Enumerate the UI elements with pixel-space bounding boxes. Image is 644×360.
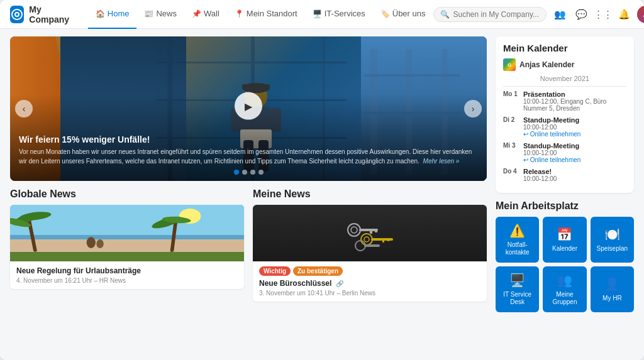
bottom-row: Globale News — [10, 188, 487, 352]
people-icon[interactable]: 👥 — [552, 6, 569, 23]
home-icon: 🏠 — [96, 9, 105, 18]
beach-image — [10, 205, 244, 261]
info-icon: 🏷️ — [380, 9, 390, 18]
warning-icon: ⚠️ — [509, 223, 525, 238]
cal-day-3: Mi 3 — [503, 142, 519, 163]
meine-news-headline: Neue Büroschlüssel 🔗 — [259, 279, 480, 288]
company-name: My Company — [29, 4, 72, 25]
hr-person-icon: 👤 — [604, 276, 620, 292]
svg-point-44 — [364, 237, 369, 242]
tab-mein-standort[interactable]: 📍 Mein Standort — [227, 0, 305, 29]
meine-news-card[interactable]: Wichtig Zu bestätigen Neue Büroschlüssel… — [253, 205, 487, 302]
cal-event-title-2: Standup-Meeting — [523, 116, 580, 124]
tab-it-services[interactable]: 🖥️ IT-Services — [305, 0, 373, 29]
bell-icon[interactable]: 🔔 — [616, 6, 633, 23]
read-more-link[interactable]: Mehr lesen » — [423, 158, 460, 165]
search-input[interactable] — [453, 10, 541, 19]
arbeitsplatz-grid: ⚠️ Notfall-kontakte 📅 Kalender 🍽️ Speise… — [496, 217, 634, 312]
location-icon: 📍 — [235, 9, 244, 18]
cal-event-details-3: Standup-Meeting 10:00-12:00 ↩ Online tei… — [523, 142, 580, 163]
topbar-icons: 👥 💬 ⋮⋮ 🔔 A ▼ — [552, 6, 645, 23]
main-content: ▶ ‹ › Wir feiern 15% weniger Unfälle! Vo… — [0, 29, 644, 360]
cal-day-2: Di 2 — [503, 116, 519, 138]
hero-title: Wir feiern 15% weniger Unfälle! — [19, 134, 478, 145]
svg-point-43 — [361, 234, 372, 245]
tile-notfall[interactable]: ⚠️ Notfall-kontakte — [496, 217, 539, 263]
svg-rect-47 — [387, 238, 389, 241]
svg-rect-41 — [370, 229, 372, 234]
tile-my-hr[interactable]: 👤 My HR — [591, 266, 634, 312]
groups-icon: 👥 — [557, 273, 572, 288]
next-slide-button[interactable]: › — [464, 100, 482, 117]
arbeitsplatz-title: Mein Arbeitsplatz — [496, 200, 634, 212]
play-button[interactable]: ▶ — [235, 92, 262, 120]
cal-divider — [503, 86, 626, 87]
cal-event-title-1: Präsentation — [523, 90, 626, 98]
hero-caption: Wir feiern 15% weniger Unfälle! Vor neun… — [10, 128, 487, 181]
dot-3[interactable] — [250, 170, 255, 175]
tile-kalender[interactable]: 📅 Kalender — [543, 217, 586, 263]
monitor-icon: 🖥️ — [509, 273, 525, 288]
dot-1[interactable] — [234, 170, 239, 175]
cal-month: November 2021 — [503, 75, 626, 82]
news-icon: 📰 — [144, 9, 153, 18]
nav-tabs: 🏠 Home 📰 News 📌 Wall 📍 Mein Standort 🖥️ … — [88, 0, 433, 29]
calendar-icon: 📅 — [557, 227, 572, 242]
search-icon: 🔍 — [440, 10, 450, 19]
logo-area[interactable]: My Company — [10, 4, 73, 25]
topbar: My Company 🏠 Home 📰 News 📌 Wall 📍 Mein S… — [0, 0, 644, 29]
tab-uber-uns[interactable]: 🏷️ Über uns — [373, 0, 433, 29]
cal-event-link-2[interactable]: ↩ Online teilnehmen — [523, 131, 580, 138]
wall-icon: 📌 — [192, 9, 201, 18]
tab-home[interactable]: 🏠 Home — [88, 0, 137, 29]
prev-slide-button[interactable]: ‹ — [15, 100, 33, 117]
meine-news-body: Wichtig Zu bestätigen Neue Büroschlüssel… — [253, 261, 487, 302]
arbeitsplatz-widget: Mein Arbeitsplatz ⚠️ Notfall-kontakte 📅 … — [496, 200, 634, 312]
right-column: Mein Kalender G Anjas Kalender November … — [496, 36, 634, 352]
calendar-section-title: Mein Kalender — [503, 43, 626, 53]
tab-wall[interactable]: 📌 Wall — [184, 0, 227, 29]
globale-news-card[interactable]: Neue Regelung für Urlaubsanträge 4. Nove… — [10, 205, 244, 289]
svg-rect-42 — [375, 229, 377, 232]
tile-meine-gruppen[interactable]: 👥 Meine Gruppen — [543, 266, 586, 312]
meine-news-meta: 3. November um 10:41 Uhr – Berlin News — [259, 290, 480, 297]
tile-speiseplan[interactable]: 🍽️ Speiseplan — [591, 217, 634, 263]
cal-event-details-1: Präsentation 10:00-12:00, Eingang C, Bür… — [523, 90, 626, 112]
calendar-name: Anjas Kalender — [519, 60, 574, 69]
tile-it-service-desk[interactable]: 🖥️ IT Service Desk — [496, 266, 539, 312]
cal-event-title-3: Standup-Meeting — [523, 142, 580, 150]
topbar-right: 🔍 👥 💬 ⋮⋮ 🔔 A ▼ — [433, 6, 645, 23]
tile-gruppen-label: Meine Gruppen — [547, 291, 582, 306]
app-shell: My Company 🏠 Home 📰 News 📌 Wall 📍 Mein S… — [0, 0, 644, 360]
svg-point-48 — [355, 241, 365, 251]
dot-2[interactable] — [242, 170, 247, 175]
meine-news-title: Meine News — [253, 188, 487, 200]
gcal-icon: G — [503, 58, 516, 71]
cal-event-4: Do 4 Release! 10:00-12:00 — [503, 168, 626, 182]
cal-event-time-3: 10:00-12:00 — [523, 150, 580, 156]
svg-point-36 — [87, 237, 96, 248]
svg-rect-49 — [364, 244, 380, 247]
globale-news-section: Globale News — [10, 188, 244, 352]
globale-news-headline: Neue Regelung für Urlaubsanträge — [16, 266, 238, 275]
cal-event-title-4: Release! — [523, 168, 557, 175]
svg-point-37 — [96, 239, 103, 248]
hero-description: Vor neun Monaten haben wir unser neues I… — [19, 147, 478, 166]
svg-point-2 — [16, 13, 18, 16]
grid-icon[interactable]: ⋮⋮ — [594, 6, 612, 23]
globale-news-body: Neue Regelung für Urlaubsanträge 4. Nove… — [10, 261, 244, 289]
chat-icon[interactable]: 💬 — [573, 6, 591, 23]
svg-rect-24 — [10, 205, 244, 236]
cal-event-time-4: 10:00-12:00 — [523, 175, 557, 182]
search-box[interactable]: 🔍 — [433, 7, 547, 22]
it-icon: 🖥️ — [313, 9, 322, 18]
cal-event-3: Mi 3 Standup-Meeting 10:00-12:00 ↩ Onlin… — [503, 142, 626, 163]
cal-event-1: Mo 1 Präsentation 10:00-12:00, Eingang C… — [503, 90, 626, 112]
app-logo-icon — [10, 6, 24, 23]
cal-day-4: Do 4 — [503, 168, 519, 182]
avatar[interactable]: A — [637, 6, 645, 23]
svg-rect-46 — [382, 238, 384, 243]
tab-news[interactable]: 📰 News — [136, 0, 184, 29]
cal-event-link-3[interactable]: ↩ Online teilnehmen — [523, 156, 580, 163]
dot-4[interactable] — [258, 170, 264, 175]
